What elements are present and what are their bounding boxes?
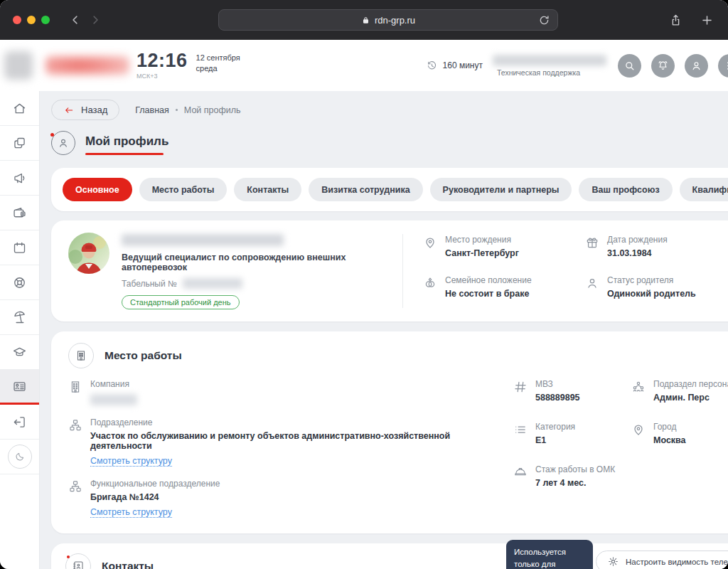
user-photo[interactable] [68, 233, 109, 274]
breadcrumb-separator [176, 109, 178, 111]
timezone-label: МСК+3 [136, 73, 188, 80]
person-icon [690, 60, 702, 72]
tab-rukovoditeli[interactable]: Руководители и партнеры [430, 178, 572, 201]
field-tenure: Стаж работы в ОМК 7 лет 4 мес. [513, 464, 631, 488]
field-city: Город Москва [631, 422, 728, 445]
location-pin-icon [423, 235, 437, 258]
sidebar-item-logout[interactable] [0, 405, 39, 440]
sidebar-item-support[interactable] [0, 265, 39, 300]
lock-icon [361, 16, 370, 25]
sidebar-item-payroll[interactable] [0, 196, 39, 230]
field-label: Стаж работы в ОМК [535, 464, 615, 475]
main-content: Назад Главная Мой профиль Мой профиль Ос… [40, 91, 728, 569]
notifications-button[interactable] [651, 54, 675, 78]
minutes-counter: 160 минут [443, 60, 483, 70]
back-button[interactable]: Назад [51, 100, 119, 120]
sidebar-item-vacation[interactable] [0, 300, 39, 335]
field-label: Подраздел персонала [653, 379, 728, 390]
current-time: 12:16 [136, 51, 188, 70]
contacts-section: Используется только для рассылки Настрои… [51, 543, 728, 569]
user-name-redacted [122, 234, 284, 246]
tab-mesto-raboty[interactable]: Место работы [139, 178, 228, 201]
hard-hat-icon [513, 465, 528, 488]
field-division: Подразделение Участок по обслуживанию и … [68, 418, 502, 467]
browser-back-icon[interactable] [65, 10, 85, 30]
breadcrumb-home[interactable]: Главная [135, 105, 169, 115]
browser-chrome: rdn-grp.ru [0, 0, 728, 40]
list-icon [513, 422, 528, 445]
workplace-title: Место работы [105, 349, 182, 362]
moon-icon [14, 451, 26, 462]
back-label: Назад [81, 105, 107, 115]
sidebar-item-my-profile[interactable] [0, 370, 39, 405]
menu-button[interactable] [718, 54, 728, 78]
personnel-number-label: Табельный № [122, 279, 177, 289]
field-birth-date: Дата рождения 31.03.1984 [585, 235, 728, 258]
beach-umbrella-icon [12, 310, 27, 325]
profile-button[interactable] [685, 54, 708, 78]
sidebar-item-services[interactable] [0, 126, 39, 161]
minimize-window-button[interactable] [27, 16, 36, 24]
personnel-number-redacted [183, 278, 242, 289]
field-label: Город [653, 422, 686, 432]
current-date: 12 сентября [196, 53, 240, 63]
search-button[interactable] [618, 54, 641, 78]
field-value: 588889895 [535, 393, 580, 403]
field-label: Подразделение [90, 418, 502, 428]
app-header: 12:16 МСК+3 12 сентября среда 160 минут … [0, 40, 728, 91]
gift-icon [585, 235, 599, 258]
home-icon [12, 101, 27, 116]
calendar-icon [12, 240, 27, 255]
browser-forward-icon[interactable] [85, 10, 105, 30]
field-value: Админ. Перс [653, 393, 728, 403]
field-label: Компания [90, 379, 137, 390]
support-contact[interactable]: Техническая поддержка [493, 55, 608, 77]
org-chart-icon [68, 418, 82, 467]
logo-mark-redacted [4, 51, 33, 80]
profile-tabs-card: Основное Место работы Контакты Визитка с… [51, 168, 728, 211]
view-structure-link[interactable]: Смотреть структуру [90, 456, 172, 467]
tab-vizitka[interactable]: Визитка сотрудника [309, 178, 422, 201]
zoom-window-button[interactable] [41, 16, 50, 24]
bell-icon [657, 60, 669, 72]
view-structure-link[interactable]: Смотреть структуру [90, 507, 172, 518]
support-label: Техническая поддержка [493, 68, 608, 77]
url-text: rdn-grp.ru [375, 15, 415, 26]
profile-title-avatar [51, 131, 75, 155]
sidebar-item-announcements[interactable] [0, 161, 39, 196]
share-icon[interactable] [667, 11, 684, 28]
field-company: Компания [68, 379, 502, 405]
sidebar-item-theme-toggle[interactable] [0, 440, 39, 474]
phone-visibility-label: Настроить видимость телефонов [626, 558, 728, 566]
field-label: Категория [535, 422, 575, 432]
lifebuoy-icon [12, 275, 27, 290]
location-pin-icon [631, 422, 646, 445]
time-tracking-widget[interactable]: 160 минут [426, 60, 483, 72]
tab-profsoyuz[interactable]: Ваш профсоюз [579, 178, 672, 201]
address-bar[interactable]: rdn-grp.ru [218, 9, 558, 31]
hash-icon [513, 380, 528, 403]
close-window-button[interactable] [13, 16, 21, 24]
field-parent-status: Статус родителя Одинокий родитель [585, 275, 728, 299]
field-label: МВЗ [535, 379, 580, 390]
gear-icon [607, 555, 619, 568]
company-logo[interactable] [0, 40, 136, 91]
sidebar-item-calendar[interactable] [0, 230, 39, 265]
division-value: Участок по обслуживанию и ремонту объект… [90, 431, 502, 451]
tab-kontakty[interactable]: Контакты [234, 178, 301, 201]
reload-icon[interactable] [537, 14, 551, 27]
rings-icon [423, 276, 437, 299]
person-icon [585, 276, 599, 299]
divider [402, 234, 403, 308]
current-weekday: среда [196, 63, 240, 74]
phone-visibility-button[interactable]: Настроить видимость телефонов [596, 551, 728, 569]
sidebar-item-education[interactable] [0, 335, 39, 370]
id-card-icon [12, 379, 27, 394]
sidebar-item-home[interactable] [0, 91, 39, 126]
sidebar [0, 91, 40, 569]
tab-osnovnoe[interactable]: Основное [63, 178, 132, 201]
tab-kvalifikatsiya[interactable]: Квалификация [680, 178, 728, 201]
new-tab-icon[interactable] [698, 11, 715, 28]
clock-widget: 12:16 МСК+3 12 сентября среда [136, 51, 240, 80]
field-label: Дата рождения [607, 235, 668, 245]
